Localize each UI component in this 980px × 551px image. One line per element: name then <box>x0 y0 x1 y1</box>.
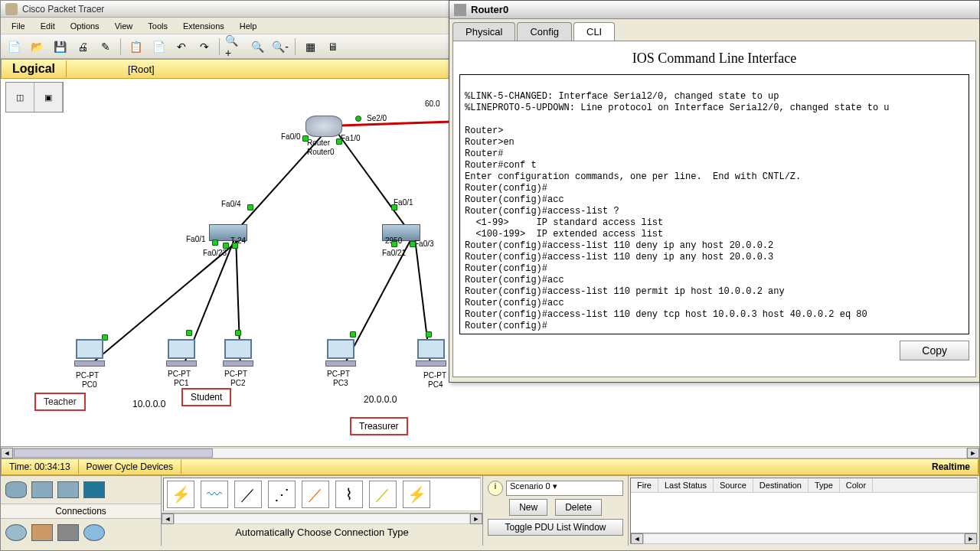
root-label[interactable]: [Root] <box>128 64 155 75</box>
scenario-panel: i Scenario 0 ▾ New Delete Toggle PDU Lis… <box>483 476 629 546</box>
fiber-cable-icon[interactable]: ／ <box>302 481 329 508</box>
zoom-out-icon[interactable]: 🔍- <box>270 37 290 57</box>
logical-tab[interactable]: Logical <box>2 60 67 77</box>
label-fa10: Fa1/0 <box>341 134 361 142</box>
menu-edit[interactable]: Edit <box>33 20 63 32</box>
scroll-right-icon[interactable]: ► <box>965 533 977 544</box>
conn-scroll[interactable]: ◄ ► <box>162 513 482 523</box>
wizard-icon[interactable]: ✎ <box>96 37 116 57</box>
serial-link[interactable] <box>330 120 452 127</box>
separator <box>120 38 121 55</box>
scroll-right-icon[interactable]: ► <box>967 448 979 458</box>
tab-physical[interactable]: Physical <box>452 22 515 41</box>
scroll-left-icon[interactable]: ◄ <box>1 448 13 458</box>
cli-terminal[interactable]: %LINK-5-CHANGED: Interface Serial2/0, ch… <box>459 74 969 334</box>
open-file-icon[interactable]: 📂 <box>27 37 47 57</box>
scroll-track[interactable] <box>13 448 967 458</box>
menu-file[interactable]: File <box>4 20 33 32</box>
device-pc2[interactable] <box>221 339 255 373</box>
undo-icon[interactable]: ↶ <box>172 37 191 57</box>
link-light <box>186 330 192 336</box>
app-icon <box>5 3 18 15</box>
toggle-pdu-button[interactable]: Toggle PDU List Window <box>488 519 623 536</box>
device-pc0[interactable] <box>73 339 106 373</box>
routers-icon[interactable] <box>5 481 27 498</box>
realtime-tab[interactable]: Realtime <box>924 460 978 474</box>
device-pc4[interactable] <box>414 339 448 373</box>
col-type[interactable]: Type <box>808 478 840 492</box>
zoom-reset-icon[interactable]: 🔍 <box>247 37 267 57</box>
scenario-select[interactable]: Scenario 0 ▾ <box>506 481 623 496</box>
dialog-tabs: Physical Config CLI <box>449 19 979 41</box>
col-source[interactable]: Source <box>714 478 753 492</box>
coax-cable-icon[interactable]: ／ <box>369 481 397 508</box>
cli-title: IOS Command Line Interface <box>459 51 969 67</box>
menu-view[interactable]: View <box>107 20 141 32</box>
note-student[interactable]: Student <box>181 388 231 406</box>
label-router0: Router0 <box>307 148 335 156</box>
save-icon[interactable]: 💾 <box>50 37 70 57</box>
menu-options[interactable]: Options <box>63 20 107 32</box>
scroll-track[interactable] <box>643 533 965 544</box>
connections-icon[interactable] <box>5 524 27 541</box>
copy-icon[interactable]: 📋 <box>126 37 145 57</box>
label-pc2-name: PC2 <box>230 379 245 387</box>
scroll-track[interactable] <box>174 514 470 524</box>
scroll-left-icon[interactable]: ◄ <box>631 533 643 544</box>
col-dest[interactable]: Destination <box>753 478 808 492</box>
power-cycle-button[interactable]: Power Cycle Devices <box>79 460 181 474</box>
console-cable-icon[interactable]: 〰 <box>201 481 228 508</box>
new-scenario-button[interactable]: New <box>509 499 547 516</box>
switches-icon[interactable] <box>31 481 53 498</box>
scroll-right-icon[interactable]: ► <box>470 514 482 524</box>
pdu-scroll[interactable]: ◄ ► <box>631 533 977 543</box>
print-icon[interactable]: 🖨 <box>73 37 93 57</box>
device-pc1[interactable] <box>165 339 198 373</box>
straight-cable-icon[interactable]: ／ <box>234 481 262 508</box>
tab-cli[interactable]: CLI <box>573 22 615 41</box>
menu-help[interactable]: Help <box>232 20 265 32</box>
dialog-icon <box>454 4 466 16</box>
label-fa00: Fa0/0 <box>281 132 301 141</box>
copy-button[interactable]: Copy <box>900 341 969 360</box>
paste-icon[interactable]: 📄 <box>149 37 168 57</box>
info-icon[interactable]: i <box>488 481 503 496</box>
zoom-in-icon[interactable]: 🔍+ <box>224 37 244 57</box>
serial-cable-icon[interactable]: ⚡ <box>403 481 430 508</box>
col-fire[interactable]: Fire <box>631 478 658 492</box>
hubs-icon[interactable] <box>57 481 79 498</box>
note-treasurer[interactable]: Treasurer <box>350 417 408 435</box>
auto-connect-icon[interactable]: ⚡ <box>167 481 194 508</box>
link[interactable] <box>337 132 410 233</box>
device-type-row2 <box>1 519 161 546</box>
custom-icon[interactable] <box>83 524 105 541</box>
phone-cable-icon[interactable]: ⌇ <box>335 481 363 508</box>
end-devices-icon[interactable] <box>31 524 53 541</box>
label-sw2-fa021: Fa0/21 <box>382 249 406 257</box>
device-pc3[interactable] <box>324 339 358 373</box>
cross-cable-icon[interactable]: ⋰ <box>268 481 296 508</box>
tab-config[interactable]: Config <box>517 22 572 41</box>
device-router0[interactable] <box>305 116 342 137</box>
col-color[interactable]: Color <box>840 478 873 492</box>
menu-tools[interactable]: Tools <box>140 20 175 32</box>
palette-icon[interactable]: ▦ <box>300 37 320 57</box>
delete-scenario-button[interactable]: Delete <box>555 499 602 516</box>
label-pc4-name: PC4 <box>428 380 443 389</box>
device-dialog-icon[interactable]: 🖥 <box>323 37 343 57</box>
workspace-hscroll[interactable]: ◄ ► <box>1 446 979 458</box>
link-light <box>302 135 309 142</box>
label-sw1-fa04: Fa0/4 <box>221 200 241 208</box>
menu-extensions[interactable]: Extensions <box>175 20 232 32</box>
link-light <box>410 241 416 247</box>
new-file-icon[interactable]: 📄 <box>4 37 24 57</box>
pdu-body <box>631 493 977 533</box>
dialog-titlebar[interactable]: Router0 <box>449 1 979 19</box>
scroll-left-icon[interactable]: ◄ <box>162 514 174 524</box>
col-last[interactable]: Last Status <box>658 478 714 492</box>
wan-icon[interactable] <box>57 524 79 541</box>
router0-dialog[interactable]: Router0 Physical Config CLI IOS Command … <box>449 0 980 383</box>
redo-icon[interactable]: ↷ <box>194 37 214 57</box>
wireless-icon[interactable] <box>83 481 105 498</box>
note-teacher[interactable]: Teacher <box>34 393 86 411</box>
